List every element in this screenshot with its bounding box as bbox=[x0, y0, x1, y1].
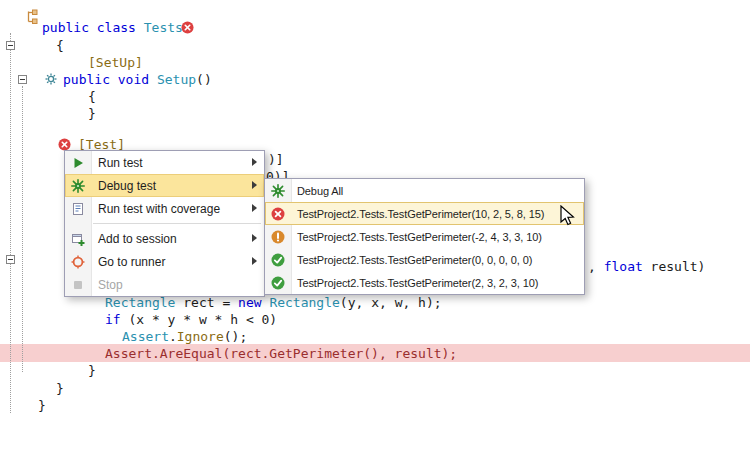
add-to-session-icon bbox=[65, 232, 91, 246]
fold-collapse-icon[interactable] bbox=[6, 255, 15, 264]
failed-test-icon bbox=[265, 207, 291, 221]
code-line: if (x * y * w * h < 0) bbox=[105, 311, 277, 328]
test-context-menu: Run testDebug testRun test with coverage… bbox=[64, 150, 265, 297]
code-token: if bbox=[105, 312, 121, 327]
code-token: public class bbox=[42, 20, 144, 35]
fold-guide-line bbox=[22, 86, 23, 372]
code-line: , float result) bbox=[588, 258, 705, 275]
code-line: } bbox=[88, 105, 96, 122]
code-token: public void bbox=[63, 72, 157, 87]
mouse-cursor bbox=[560, 205, 576, 227]
menu-item-label: TestProject2.Tests.TestGetPerimeter(0, 0… bbox=[297, 254, 532, 266]
menu-item-debug-test[interactable]: Debug test bbox=[65, 174, 264, 197]
menu-item-go-to-runner[interactable]: Go to runner bbox=[65, 250, 264, 273]
code-line: public class Tests bbox=[42, 19, 183, 36]
menu-item-label: TestProject2.Tests.TestGetPerimeter(2, 3… bbox=[297, 277, 538, 289]
code-token: [SetUp] bbox=[88, 55, 143, 70]
code-line: } bbox=[88, 362, 96, 379]
submenu-arrow-icon bbox=[252, 158, 257, 166]
ignored-test-icon bbox=[265, 230, 291, 244]
code-token: Setup bbox=[157, 72, 196, 87]
code-line: { bbox=[88, 88, 96, 105]
file-structure-icon[interactable] bbox=[25, 8, 40, 25]
code-token: } bbox=[88, 363, 96, 378]
submenu-item-testproject2-tests-testgetperimeter-2-4-3-3-10[interactable]: TestProject2.Tests.TestGetPerimeter(-2, … bbox=[265, 225, 584, 248]
menu-item-label: Stop bbox=[98, 278, 123, 292]
code-token: new bbox=[238, 295, 261, 310]
code-token: Assert bbox=[122, 329, 169, 344]
code-token: (); bbox=[224, 329, 247, 344]
code-token: { bbox=[88, 89, 96, 104]
fold-collapse-icon[interactable] bbox=[6, 41, 15, 50]
code-token: Rectangle bbox=[105, 295, 175, 310]
submenu-item-testproject2-tests-testgetperimeter-2-3-2-3-10[interactable]: TestProject2.Tests.TestGetPerimeter(2, 3… bbox=[265, 271, 584, 294]
submenu-item-testproject2-tests-testgetperimeter-0-0-0-0-0[interactable]: TestProject2.Tests.TestGetPerimeter(0, 0… bbox=[265, 248, 584, 271]
submenu-arrow-icon bbox=[252, 257, 257, 265]
menu-item-label: Debug test bbox=[98, 179, 156, 193]
code-token: } bbox=[56, 381, 64, 396]
code-token: result) bbox=[643, 259, 706, 274]
submenu-arrow-icon bbox=[252, 204, 257, 212]
menu-item-label: TestProject2.Tests.TestGetPerimeter(-2, … bbox=[297, 231, 542, 243]
code-token: rect = bbox=[175, 295, 238, 310]
menu-item-run-test[interactable]: Run test bbox=[65, 151, 264, 174]
submenu-arrow-icon bbox=[252, 234, 257, 242]
passed-test-icon bbox=[265, 253, 291, 267]
submenu-item-debug-all[interactable]: Debug All bbox=[265, 179, 584, 202]
code-token: . bbox=[169, 329, 177, 344]
submenu-arrow-icon bbox=[252, 181, 257, 189]
passed-test-icon bbox=[265, 276, 291, 290]
code-token: } bbox=[38, 398, 46, 413]
code-line: )] bbox=[268, 151, 284, 168]
code-token: Assert.AreEqual(rect.GetPerimeter(), res… bbox=[105, 346, 457, 361]
menu-item-label: Go to runner bbox=[98, 255, 165, 269]
code-token: () bbox=[196, 72, 212, 87]
code-token: { bbox=[56, 38, 64, 53]
setup-test-gutter-icon[interactable] bbox=[45, 73, 57, 85]
go-to-runner-icon bbox=[65, 255, 91, 269]
code-token: )] bbox=[268, 152, 284, 167]
menu-item-label: Debug All bbox=[297, 185, 343, 197]
code-editor: public class Tests{[SetUp]public void Se… bbox=[0, 0, 750, 476]
menu-item-label: TestProject2.Tests.TestGetPerimeter(10, … bbox=[297, 208, 544, 220]
code-token: Tests bbox=[144, 20, 183, 35]
code-line: Assert.Ignore(); bbox=[122, 328, 247, 345]
menu-item-add-to-session[interactable]: Add to session bbox=[65, 227, 264, 250]
code-token: } bbox=[88, 106, 96, 121]
coverage-icon bbox=[65, 202, 91, 216]
fold-collapse-icon[interactable] bbox=[18, 75, 27, 84]
debug-all-icon bbox=[265, 184, 291, 198]
stop-icon bbox=[65, 278, 91, 292]
menu-item-stop: Stop bbox=[65, 273, 264, 296]
menu-item-run-test-with-coverage[interactable]: Run test with coverage bbox=[65, 197, 264, 220]
code-line: { bbox=[56, 37, 64, 54]
menu-item-label: Run test bbox=[98, 156, 143, 170]
code-line: public void Setup() bbox=[63, 71, 212, 88]
code-line: Assert.AreEqual(rect.GetPerimeter(), res… bbox=[105, 345, 457, 362]
code-token: Rectangle bbox=[269, 295, 339, 310]
debug-test-submenu: Debug AllTestProject2.Tests.TestGetPerim… bbox=[264, 178, 585, 295]
fold-guide-line bbox=[10, 33, 11, 413]
code-token: Ignore bbox=[177, 329, 224, 344]
debug-test-icon bbox=[65, 179, 91, 193]
menu-separator bbox=[65, 220, 264, 227]
error-icon bbox=[181, 21, 194, 34]
code-token: (x * y * w * h < 0) bbox=[121, 312, 278, 327]
menu-item-label: Run test with coverage bbox=[98, 202, 220, 216]
code-line: } bbox=[38, 397, 46, 414]
submenu-item-testproject2-tests-testgetperimeter-10-2-5-8-15[interactable]: TestProject2.Tests.TestGetPerimeter(10, … bbox=[265, 202, 584, 225]
menu-item-label: Add to session bbox=[98, 232, 177, 246]
code-line: [SetUp] bbox=[88, 54, 143, 71]
code-token: , bbox=[588, 259, 604, 274]
code-line: } bbox=[56, 380, 64, 397]
code-token: float bbox=[604, 259, 643, 274]
run-test-icon bbox=[65, 156, 91, 170]
code-token: (y, x, w, h); bbox=[340, 295, 442, 310]
